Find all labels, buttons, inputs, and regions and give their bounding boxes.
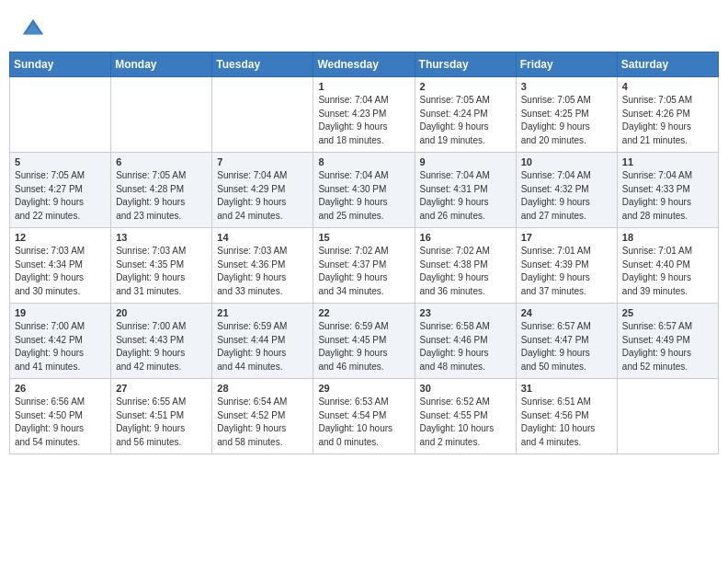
day-number: 12 [15,232,106,243]
calendar-cell: 12Sunrise: 7:03 AM Sunset: 4:34 PM Dayli… [10,228,111,304]
day-info: Sunrise: 7:00 AM Sunset: 4:42 PM Dayligh… [15,320,106,373]
week-row-5: 26Sunrise: 6:56 AM Sunset: 4:50 PM Dayli… [10,379,719,454]
day-number: 28 [217,383,308,394]
day-number: 2 [420,81,511,92]
calendar-cell: 6Sunrise: 7:05 AM Sunset: 4:28 PM Daylig… [111,153,212,228]
calendar-cell: 16Sunrise: 7:02 AM Sunset: 4:38 PM Dayli… [415,228,516,304]
day-info: Sunrise: 6:59 AM Sunset: 4:44 PM Dayligh… [217,320,308,373]
column-header-saturday: Saturday [617,52,718,77]
day-number: 19 [15,307,106,318]
calendar-header-row: SundayMondayTuesdayWednesdayThursdayFrid… [10,52,719,77]
calendar-cell: 11Sunrise: 7:04 AM Sunset: 4:33 PM Dayli… [617,153,718,228]
day-info: Sunrise: 7:05 AM Sunset: 4:26 PM Dayligh… [622,94,713,147]
day-info: Sunrise: 7:03 AM Sunset: 4:36 PM Dayligh… [217,245,308,298]
calendar-cell: 7Sunrise: 7:04 AM Sunset: 4:29 PM Daylig… [212,153,313,228]
day-number: 29 [318,383,409,394]
page-header [9,9,719,46]
day-number: 9 [420,156,511,167]
calendar-cell: 28Sunrise: 6:54 AM Sunset: 4:52 PM Dayli… [212,379,313,454]
day-info: Sunrise: 6:57 AM Sunset: 4:49 PM Dayligh… [622,320,713,373]
day-info: Sunrise: 7:05 AM Sunset: 4:25 PM Dayligh… [521,94,612,147]
day-number: 10 [521,156,612,167]
column-header-friday: Friday [516,52,617,77]
day-number: 1 [318,81,409,92]
calendar-cell: 19Sunrise: 7:00 AM Sunset: 4:42 PM Dayli… [10,304,111,379]
calendar-table: SundayMondayTuesdayWednesdayThursdayFrid… [9,52,719,454]
calendar-cell: 30Sunrise: 6:52 AM Sunset: 4:55 PM Dayli… [415,379,516,454]
day-number: 14 [217,232,308,243]
day-info: Sunrise: 7:04 AM Sunset: 4:32 PM Dayligh… [521,169,612,223]
calendar-cell [212,77,313,153]
day-info: Sunrise: 7:03 AM Sunset: 4:34 PM Dayligh… [15,245,106,298]
day-info: Sunrise: 6:58 AM Sunset: 4:46 PM Dayligh… [420,320,511,373]
week-row-1: 1Sunrise: 7:04 AM Sunset: 4:23 PM Daylig… [10,77,719,153]
day-info: Sunrise: 6:53 AM Sunset: 4:54 PM Dayligh… [318,396,409,449]
calendar-cell: 1Sunrise: 7:04 AM Sunset: 4:23 PM Daylig… [313,77,415,153]
calendar-cell: 17Sunrise: 7:01 AM Sunset: 4:39 PM Dayli… [516,228,617,304]
calendar-cell: 8Sunrise: 7:04 AM Sunset: 4:30 PM Daylig… [313,153,415,228]
calendar-cell [617,379,718,454]
column-header-wednesday: Wednesday [313,52,415,77]
day-number: 8 [318,156,409,167]
day-info: Sunrise: 7:02 AM Sunset: 4:37 PM Dayligh… [318,245,409,298]
day-info: Sunrise: 7:04 AM Sunset: 4:29 PM Dayligh… [217,169,308,223]
day-info: Sunrise: 6:57 AM Sunset: 4:47 PM Dayligh… [521,320,612,373]
week-row-2: 5Sunrise: 7:05 AM Sunset: 4:27 PM Daylig… [10,153,719,228]
column-header-thursday: Thursday [415,52,516,77]
week-row-4: 19Sunrise: 7:00 AM Sunset: 4:42 PM Dayli… [10,304,719,379]
calendar-cell: 25Sunrise: 6:57 AM Sunset: 4:49 PM Dayli… [617,304,718,379]
day-info: Sunrise: 6:55 AM Sunset: 4:51 PM Dayligh… [116,396,207,449]
calendar-cell: 27Sunrise: 6:55 AM Sunset: 4:51 PM Dayli… [111,379,212,454]
day-info: Sunrise: 7:05 AM Sunset: 4:24 PM Dayligh… [420,94,511,147]
day-info: Sunrise: 6:59 AM Sunset: 4:45 PM Dayligh… [318,320,409,373]
day-info: Sunrise: 7:04 AM Sunset: 4:31 PM Dayligh… [420,169,511,223]
logo [20,17,50,42]
calendar-cell: 21Sunrise: 6:59 AM Sunset: 4:44 PM Dayli… [212,304,313,379]
day-info: Sunrise: 7:05 AM Sunset: 4:27 PM Dayligh… [15,169,106,223]
day-number: 24 [521,307,612,318]
calendar-cell [111,77,212,153]
day-number: 21 [217,307,308,318]
calendar-cell: 18Sunrise: 7:01 AM Sunset: 4:40 PM Dayli… [617,228,718,304]
day-number: 7 [217,156,308,167]
day-info: Sunrise: 7:03 AM Sunset: 4:35 PM Dayligh… [116,245,207,298]
calendar-cell: 4Sunrise: 7:05 AM Sunset: 4:26 PM Daylig… [617,77,718,153]
calendar-cell: 15Sunrise: 7:02 AM Sunset: 4:37 PM Dayli… [313,228,415,304]
day-info: Sunrise: 7:04 AM Sunset: 4:33 PM Dayligh… [622,169,713,223]
calendar-cell: 3Sunrise: 7:05 AM Sunset: 4:25 PM Daylig… [516,77,617,153]
day-number: 27 [116,383,207,394]
day-number: 6 [116,156,207,167]
day-number: 4 [622,81,713,92]
day-number: 18 [622,232,713,243]
calendar-cell: 2Sunrise: 7:05 AM Sunset: 4:24 PM Daylig… [415,77,516,153]
column-header-monday: Monday [111,52,212,77]
day-number: 15 [318,232,409,243]
calendar-cell: 22Sunrise: 6:59 AM Sunset: 4:45 PM Dayli… [313,304,415,379]
calendar-cell [10,77,111,153]
calendar-cell: 20Sunrise: 7:00 AM Sunset: 4:43 PM Dayli… [111,304,212,379]
calendar-cell: 31Sunrise: 6:51 AM Sunset: 4:56 PM Dayli… [516,379,617,454]
day-info: Sunrise: 7:04 AM Sunset: 4:23 PM Dayligh… [318,94,409,147]
day-number: 11 [622,156,713,167]
day-number: 23 [420,307,511,318]
week-row-3: 12Sunrise: 7:03 AM Sunset: 4:34 PM Dayli… [10,228,719,304]
day-number: 26 [15,383,106,394]
day-info: Sunrise: 6:54 AM Sunset: 4:52 PM Dayligh… [217,396,308,449]
day-number: 16 [420,232,511,243]
day-info: Sunrise: 6:52 AM Sunset: 4:55 PM Dayligh… [420,396,511,449]
day-number: 17 [521,232,612,243]
day-info: Sunrise: 6:51 AM Sunset: 4:56 PM Dayligh… [521,396,612,449]
day-number: 25 [622,307,713,318]
day-number: 20 [116,307,207,318]
calendar-cell: 24Sunrise: 6:57 AM Sunset: 4:47 PM Dayli… [516,304,617,379]
day-info: Sunrise: 7:05 AM Sunset: 4:28 PM Dayligh… [116,169,207,223]
day-info: Sunrise: 7:01 AM Sunset: 4:39 PM Dayligh… [521,245,612,298]
day-number: 13 [116,232,207,243]
calendar-cell: 5Sunrise: 7:05 AM Sunset: 4:27 PM Daylig… [10,153,111,228]
calendar-cell: 29Sunrise: 6:53 AM Sunset: 4:54 PM Dayli… [313,379,415,454]
calendar-cell: 9Sunrise: 7:04 AM Sunset: 4:31 PM Daylig… [415,153,516,228]
day-number: 5 [15,156,106,167]
column-header-tuesday: Tuesday [212,52,313,77]
logo-icon [20,17,46,42]
calendar-cell: 26Sunrise: 6:56 AM Sunset: 4:50 PM Dayli… [10,379,111,454]
